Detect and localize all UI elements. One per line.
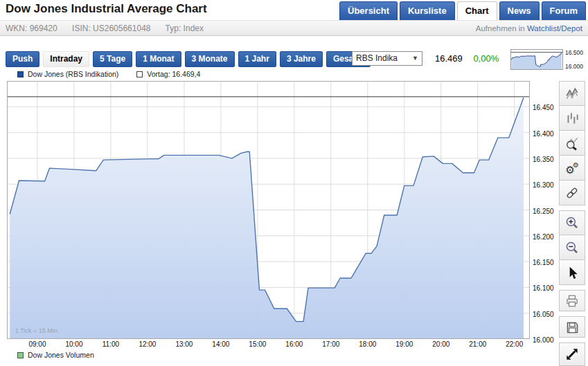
header-tab[interactable]: Übersicht [339, 1, 398, 20]
price-area [10, 98, 524, 339]
x-axis-label: 18:00 [356, 340, 380, 348]
x-axis-label: 12:00 [136, 340, 159, 348]
chart-magnifier-icon [564, 136, 580, 151]
cursor-tool-button[interactable] [559, 260, 585, 285]
watchlist-prefix: Aufnehmen in [476, 24, 525, 33]
y-axis: 16.45016.40016.35016.30016.25016.20016.1… [533, 81, 562, 339]
mini-chart-label-bottom: 16.000 [565, 63, 583, 70]
range-buttons: Intraday5 Tage1 Monat3 Monate1 Jahr3 Jah… [43, 51, 371, 67]
fullscreen-icon [564, 347, 580, 362]
print-group [559, 290, 585, 311]
x-axis-label: 16:00 [283, 340, 306, 348]
y-axis-label: 16.300 [533, 181, 554, 189]
header-tabs: ÜbersichtKurslisteChartNewsForum [339, 1, 586, 20]
header-tab[interactable]: Forum [542, 1, 586, 20]
svg-text:⚙: ⚙ [573, 161, 579, 168]
zoom-in-icon [564, 215, 580, 230]
volume-legend-label: Dow Jones Volumen [28, 351, 94, 359]
mini-chart-label-top: 16.500 [565, 49, 583, 56]
header-tab[interactable]: Chart [457, 1, 497, 20]
x-axis-label: 17:00 [319, 340, 343, 348]
vortag-checkbox-icon [136, 71, 143, 77]
change-percent: 0,00% [473, 53, 499, 64]
gear-icon: ⚙ ⚙ [564, 161, 580, 176]
chart-type-group: ⚙ ⚙ [559, 81, 585, 205]
range-button[interactable]: 1 Monat [136, 51, 181, 67]
x-axis-label: 15:00 [246, 340, 269, 348]
instrument-info-bar: WKN: 969420 ISIN: US2605661048 Typ: Inde… [0, 20, 588, 36]
line-chart-tool-button[interactable] [559, 81, 585, 106]
header-tab[interactable]: News [499, 1, 540, 20]
link-icon [564, 185, 580, 201]
page: { "header": { "title": "Dow Jones Indust… [0, 0, 588, 366]
x-axis-label: 11:00 [99, 340, 123, 348]
save-tool-button[interactable] [559, 316, 585, 338]
indication-select[interactable]: RBS Indika ▼ [352, 51, 422, 66]
zoom-out-tool-button[interactable] [559, 235, 585, 260]
y-axis-label: 16.100 [533, 284, 554, 292]
series-checkbox-icon [17, 71, 24, 77]
y-axis-label: 16.450 [533, 104, 554, 111]
range-button[interactable]: Intraday [43, 51, 89, 67]
chart-tool-sidebar: ⚙ ⚙ [559, 81, 585, 366]
x-axis-label: 14:00 [209, 340, 233, 348]
y-axis-label: 16.250 [533, 208, 554, 215]
chevron-down-icon: ▼ [412, 52, 418, 65]
y-axis-label: 16.350 [533, 156, 554, 163]
legend-vortag-label: Vortag: 16.469,4 [147, 70, 200, 78]
quote: 16.469 0,00% [435, 53, 499, 64]
price-chart[interactable]: 1 Tick = 15 Min. [7, 81, 530, 339]
x-axis-label: 19:00 [393, 340, 416, 348]
y-axis-label: 16.050 [533, 311, 554, 318]
header-tab[interactable]: Kursliste [400, 1, 455, 20]
range-button[interactable]: 1 Jahr [238, 51, 276, 67]
save-icon [564, 320, 580, 335]
volume-legend-toggle[interactable]: Dow Jones Volumen [17, 351, 94, 359]
printer-icon [564, 293, 580, 309]
price-chart-canvas: 1 Tick = 15 Min. [7, 81, 530, 339]
print-tool-button[interactable] [559, 290, 585, 311]
y-axis-label: 16.150 [533, 259, 554, 266]
zoom-chart-tool-button[interactable] [559, 131, 585, 156]
zoom-group [559, 210, 585, 285]
push-button[interactable]: Push [6, 51, 39, 67]
zoom-in-tool-button[interactable] [559, 210, 585, 235]
legend-series-label: Dow Jones (RBS Indikation) [28, 70, 118, 78]
mini-chart: 16.500 16.000 [510, 49, 583, 70]
chart-legend: Dow Jones (RBS Indikation) Vortag: 16.46… [17, 70, 200, 78]
range-button[interactable]: 3 Jahre [280, 51, 323, 67]
fullscreen-group [559, 342, 585, 366]
legend-vortag-toggle[interactable]: Vortag: 16.469,4 [136, 70, 200, 78]
instrument-info: WKN: 969420 ISIN: US2605661048 Typ: Inde… [6, 24, 216, 33]
draw-tool-button[interactable] [559, 181, 585, 205]
x-axis-label: 13:00 [172, 340, 196, 348]
x-axis-label: 10:00 [62, 340, 86, 348]
mini-chart-labels: 16.500 16.000 [565, 49, 583, 70]
typ-label: Typ: Index [166, 24, 204, 33]
y-axis-label: 16.200 [533, 233, 554, 241]
indication-select-value: RBS Indika [356, 53, 398, 63]
watchlist-link[interactable]: Watchlist/Depot [527, 24, 582, 33]
x-axis: 09:0010:0011:0012:0013:0014:0015:0016:00… [0, 340, 554, 349]
x-axis-label: 09:00 [26, 340, 49, 348]
bar-chart-tool-button[interactable] [559, 106, 585, 131]
range-button[interactable]: 3 Monate [185, 51, 235, 67]
y-axis-label: 16.400 [533, 130, 554, 138]
chart-toolbar: Push Intraday5 Tage1 Monat3 Monate1 Jahr… [6, 51, 371, 67]
settings-tool-button[interactable]: ⚙ ⚙ [559, 156, 585, 181]
cursor-icon [564, 265, 580, 280]
legend-series-toggle[interactable]: Dow Jones (RBS Indikation) [17, 70, 118, 78]
page-title: Dow Jones Industrial Average Chart [6, 2, 207, 16]
zoom-out-icon [564, 240, 580, 255]
watchlist-area: Aufnehmen in Watchlist/Depot [476, 21, 582, 36]
volume-checkbox-icon [17, 352, 24, 358]
save-group [559, 316, 585, 338]
tick-note: 1 Tick = 15 Min. [15, 327, 59, 334]
x-axis-label: 21:00 [466, 340, 490, 348]
line-chart-icon [564, 86, 580, 101]
fullscreen-tool-button[interactable] [559, 342, 585, 366]
last-price: 16.469 [435, 53, 463, 64]
x-axis-label: 22:00 [503, 340, 526, 348]
range-button[interactable]: 5 Tage [93, 51, 132, 67]
isin-label: ISIN: US2605661048 [72, 24, 150, 33]
